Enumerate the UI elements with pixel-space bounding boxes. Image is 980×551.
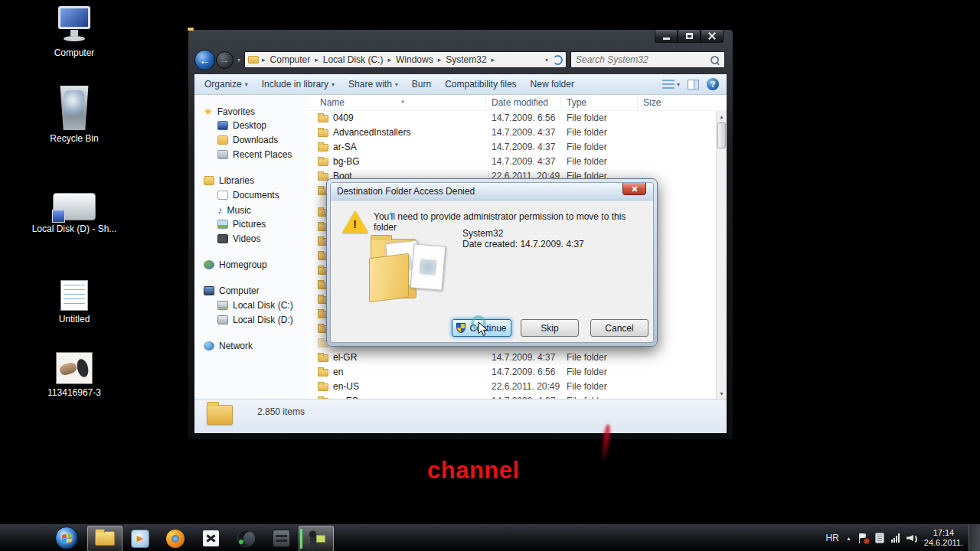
folder-icon xyxy=(318,115,328,122)
maximize-button[interactable] xyxy=(678,30,701,43)
crumb-system32[interactable]: System32 xyxy=(444,54,488,65)
taskbar-xfire-button[interactable] xyxy=(193,526,228,551)
column-header-type[interactable]: Type xyxy=(567,97,586,108)
toolbar-burn[interactable]: Burn xyxy=(405,74,438,94)
crumb-separator: ▸ xyxy=(312,56,322,64)
column-header-size[interactable]: Size xyxy=(643,97,661,108)
change-view-button[interactable]: ▾ xyxy=(662,80,680,89)
taskbar-utility-button[interactable] xyxy=(263,526,299,551)
vertical-scrollbar[interactable]: ▲ ▼ xyxy=(716,111,727,399)
nav-group-favorites[interactable]: ★Favorites xyxy=(194,104,309,119)
skip-button[interactable]: Skip xyxy=(521,319,579,337)
cancel-button[interactable]: Cancel xyxy=(590,319,648,337)
pictures-icon xyxy=(217,220,228,229)
address-bar: ← → ▾ ▸ Computer ▸ Local Disk (C:) ▸ Win… xyxy=(188,48,733,74)
crumb-computer[interactable]: Computer xyxy=(269,54,312,65)
taskbar-media-player-button[interactable]: ▶ xyxy=(122,526,158,551)
preview-pane-button[interactable] xyxy=(688,80,699,90)
folder-icon xyxy=(318,369,328,377)
crumb-windows[interactable]: Windows xyxy=(394,54,435,65)
dropdown-arrow-icon: ▾ xyxy=(677,81,680,88)
taskbar-firefox-button[interactable] xyxy=(158,526,193,551)
crumb-separator: ▸ xyxy=(488,56,498,64)
clock[interactable]: 17:14 24.6.2011. xyxy=(924,528,963,548)
nav-item-recent-places[interactable]: Recent Places xyxy=(194,148,309,162)
windows-logo-icon xyxy=(62,533,72,543)
table-row[interactable]: en-US22.6.2011. 20:49File folder xyxy=(309,380,716,394)
taskbar-recorder-button[interactable] xyxy=(299,526,334,551)
crumb-separator: ▸ xyxy=(384,56,394,64)
dialog-title: Destination Folder Access Denied xyxy=(331,183,653,201)
nav-item-pictures[interactable]: Pictures xyxy=(194,217,309,232)
language-indicator[interactable]: HR xyxy=(826,533,839,543)
nav-item-downloads[interactable]: Downloads xyxy=(194,133,309,148)
refresh-icon[interactable] xyxy=(553,55,563,65)
uac-shield-icon xyxy=(456,323,466,333)
desktop-icon-recycle-bin[interactable]: Recycle Bin xyxy=(31,86,118,144)
toolbar-organize[interactable]: Organize▾ xyxy=(198,74,255,94)
crumb-local-disk-c[interactable]: Local Disk (C:) xyxy=(322,54,385,65)
forward-button[interactable]: → xyxy=(216,51,234,69)
toolbar-share-with[interactable]: Share with▾ xyxy=(341,74,405,94)
close-button[interactable] xyxy=(701,30,724,43)
scrollbar-thumb[interactable] xyxy=(717,122,726,148)
volume-icon[interactable] xyxy=(906,533,917,543)
toolbar-compatibility-files[interactable]: Compatibility files xyxy=(438,74,523,94)
table-row[interactable]: AdvancedInstallers14.7.2009. 4:37File fo… xyxy=(309,126,716,140)
maximize-icon xyxy=(686,33,693,39)
nav-item-documents[interactable]: Documents xyxy=(194,188,309,203)
status-bar: 2.850 items xyxy=(194,399,727,433)
table-row[interactable]: 040914.7.2009. 6:56File folder xyxy=(309,111,716,126)
window-titlebar[interactable] xyxy=(188,30,733,48)
search-icon xyxy=(710,55,720,65)
toolbar-new-folder[interactable]: New folder xyxy=(524,74,581,94)
nav-item-local-disk-c[interactable]: Local Disk (C:) xyxy=(194,298,309,313)
action-center-icon[interactable] xyxy=(858,533,868,544)
minimize-button[interactable] xyxy=(655,30,678,43)
nav-item-desktop[interactable]: Desktop xyxy=(194,119,309,133)
table-row[interactable]: en14.7.2009. 6:56File folder xyxy=(309,365,716,380)
taskbar-media-app-button[interactable] xyxy=(228,526,263,551)
taskbar: ▶ HR ▲ 17:14 24.6.2011. xyxy=(0,523,980,551)
scroll-down-icon[interactable]: ▼ xyxy=(717,388,727,399)
moving-folder-icon xyxy=(369,231,457,311)
help-button[interactable]: ? xyxy=(707,78,719,90)
music-note-icon: ♪ xyxy=(217,203,223,217)
command-toolbar: Organize▾ Include in library▾ Share with… xyxy=(194,74,727,95)
search-input[interactable] xyxy=(576,54,710,65)
search-box[interactable] xyxy=(570,51,725,68)
toolbar-include-in-library[interactable]: Include in library▾ xyxy=(255,74,341,94)
desktop-icon-image-file[interactable]: 113416967-3 xyxy=(31,352,118,398)
libraries-icon xyxy=(204,176,214,185)
desktop-icon-computer[interactable]: Computer xyxy=(31,6,118,58)
nav-group-homegroup[interactable]: Homegroup xyxy=(194,258,309,272)
address-dropdown-icon[interactable]: ▾ xyxy=(545,57,548,64)
show-desktop-button[interactable] xyxy=(969,524,980,551)
desktop-icon-untitled[interactable]: Untitled xyxy=(31,280,118,324)
table-row[interactable]: bg-BG14.7.2009. 4:37File folder xyxy=(309,155,716,169)
history-dropdown-icon[interactable]: ▾ xyxy=(237,57,240,64)
network-signal-icon[interactable] xyxy=(891,533,900,543)
task-scheduler-icon[interactable] xyxy=(875,533,884,543)
column-header-name[interactable]: Name xyxy=(320,97,345,108)
folder-icon xyxy=(318,158,328,166)
scroll-up-icon[interactable]: ▲ xyxy=(717,111,727,122)
nav-group-network[interactable]: Network xyxy=(194,339,309,354)
start-button[interactable] xyxy=(55,527,78,549)
breadcrumb[interactable]: ▸ Computer ▸ Local Disk (C:) ▸ Windows ▸… xyxy=(244,51,567,68)
nav-item-local-disk-d[interactable]: Local Disk (D:) xyxy=(194,313,309,328)
dialog-close-button[interactable] xyxy=(622,183,646,195)
taskbar-explorer-button[interactable] xyxy=(87,526,122,551)
column-header-date-modified[interactable]: Date modified xyxy=(492,97,548,108)
nav-group-libraries[interactable]: Libraries xyxy=(194,174,309,188)
table-row[interactable]: ar-SA14.7.2009. 4:37File folder xyxy=(309,140,716,155)
desktop-icon-local-disk-d[interactable]: Local Disk (D) - Sh... xyxy=(31,193,118,234)
nav-item-music[interactable]: ♪Music xyxy=(194,203,309,217)
nav-group-computer[interactable]: Computer xyxy=(194,284,309,298)
back-button[interactable]: ← xyxy=(194,50,215,70)
show-hidden-icons-button[interactable]: ▲ xyxy=(846,536,851,541)
nav-item-videos[interactable]: Videos xyxy=(194,232,309,246)
system-tray: HR ▲ 17:14 24.6.2011. xyxy=(826,524,963,551)
question-mark-icon: ? xyxy=(710,80,716,89)
table-row[interactable]: el-GR14.7.2009. 4:37File folder xyxy=(309,350,716,365)
